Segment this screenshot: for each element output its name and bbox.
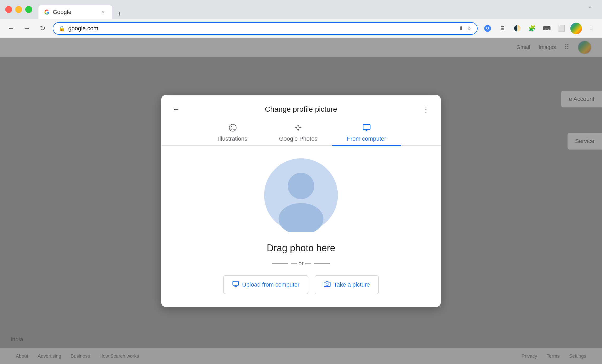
avatar-placeholder: [264, 158, 338, 233]
screen-capture-icon[interactable]: 🖥: [497, 23, 508, 34]
url-text: google.com: [68, 25, 455, 32]
window-icon[interactable]: ⬜: [556, 23, 567, 34]
svg-point-15: [326, 283, 328, 286]
address-bar[interactable]: 🔒 google.com ⬆ ☆: [53, 22, 478, 35]
take-picture-button[interactable]: Take a picture: [315, 275, 379, 294]
tab-google-photos[interactable]: Google Photos: [264, 119, 332, 145]
forward-button[interactable]: →: [21, 23, 33, 34]
modal-header: ← Change profile picture ⋮: [161, 95, 441, 116]
google-photos-tab-label: Google Photos: [279, 135, 318, 142]
computer-icon: [362, 124, 371, 134]
new-tab-button[interactable]: +: [114, 8, 125, 19]
theme-icon[interactable]: 🌓: [511, 23, 523, 34]
modal-actions: Upload from computer Take a picture: [223, 275, 379, 294]
minimize-window-button[interactable]: [15, 6, 22, 13]
svg-point-4: [233, 126, 234, 126]
tab-illustrations[interactable]: Illustrations: [201, 119, 264, 145]
illustrations-icon: [229, 124, 237, 134]
svg-point-10: [288, 173, 314, 199]
tab-from-computer[interactable]: From computer: [332, 119, 401, 145]
google-photos-icon: [294, 124, 302, 134]
bookmark-icon[interactable]: ☆: [467, 25, 472, 32]
tab-close-button[interactable]: ×: [100, 8, 107, 16]
user-avatar[interactable]: [570, 23, 582, 34]
svg-point-3: [231, 126, 232, 127]
page-background: Gmail Images ⠿ e Account Service India ←…: [0, 38, 602, 364]
or-divider: — or —: [272, 260, 330, 267]
from-computer-tab-label: From computer: [347, 135, 386, 142]
close-window-button[interactable]: [5, 6, 12, 13]
svg-rect-6: [363, 125, 370, 130]
camera-icon: [324, 281, 331, 289]
tab-favicon: [44, 9, 50, 15]
tab-bar: Google × +: [38, 0, 125, 19]
modal-tabs: Illustrations Google Photos: [161, 119, 441, 146]
traffic-lights: [5, 6, 32, 13]
keyboard-shortcut-icon[interactable]: ⌨: [541, 23, 552, 34]
modal-body: Drag photo here — or —: [161, 146, 441, 307]
modal-title: Change profile picture: [182, 105, 420, 114]
upload-from-computer-button[interactable]: Upload from computer: [223, 275, 309, 294]
more-options-icon[interactable]: ⋮: [585, 23, 597, 34]
modal-back-button[interactable]: ←: [170, 103, 182, 116]
puzzle-icon[interactable]: 🧩: [526, 23, 538, 34]
svg-point-2: [229, 124, 236, 131]
svg-point-5: [231, 128, 231, 129]
take-picture-label: Take a picture: [334, 281, 370, 288]
back-button[interactable]: ←: [5, 23, 17, 34]
active-tab[interactable]: Google ×: [38, 5, 112, 19]
share-icon[interactable]: ⬆: [459, 25, 463, 32]
tab-title: Google: [53, 9, 71, 16]
toolbar-actions: G 🖥 🌓 🧩 ⌨ ⬜ ⋮: [482, 23, 597, 34]
change-profile-picture-modal: ← Change profile picture ⋮: [161, 95, 441, 307]
browser-toolbar: ← → ↻ 🔒 google.com ⬆ ☆ G 🖥 🌓 🧩 ⌨ ⬜ ⋮: [0, 19, 602, 38]
avatar-svg: [264, 158, 338, 232]
maximize-window-button[interactable]: [25, 6, 32, 13]
illustrations-tab-label: Illustrations: [218, 135, 247, 142]
drag-photo-text: Drag photo here: [267, 243, 335, 254]
lock-icon: 🔒: [59, 25, 65, 32]
modal-overlay: ← Change profile picture ⋮: [0, 38, 602, 364]
google-extension-icon[interactable]: G: [482, 23, 493, 34]
upload-icon: [232, 281, 239, 289]
modal-more-button[interactable]: ⋮: [420, 103, 432, 116]
svg-rect-12: [233, 281, 239, 285]
or-text: — or —: [291, 260, 311, 267]
chevron-down-icon[interactable]: ˅: [589, 6, 597, 13]
svg-text:G: G: [486, 26, 489, 30]
titlebar: Google × + ˅: [0, 0, 602, 19]
browser-window: Google × + ˅ ← → ↻ 🔒 google.com ⬆ ☆ G 🖥 …: [0, 0, 602, 364]
refresh-button[interactable]: ↻: [37, 23, 48, 34]
upload-from-computer-label: Upload from computer: [242, 281, 300, 288]
